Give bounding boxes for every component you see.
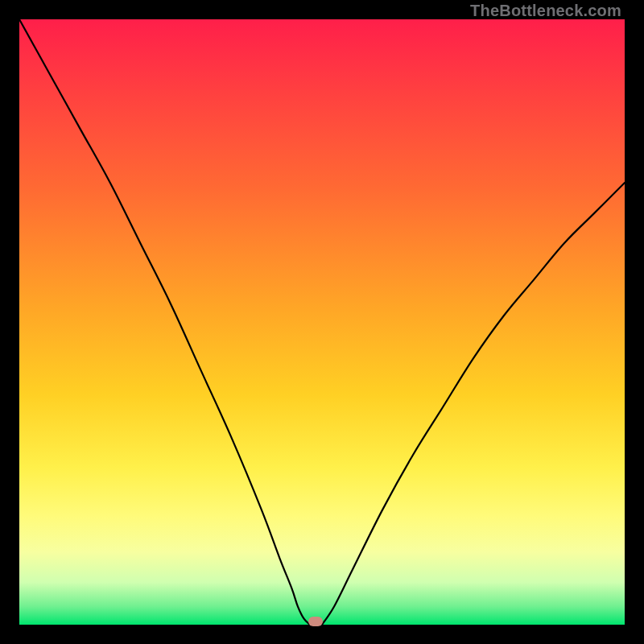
curve-left-branch bbox=[19, 19, 310, 625]
chart-frame: TheBottleneck.com bbox=[0, 0, 644, 644]
watermark-text: TheBottleneck.com bbox=[470, 2, 621, 20]
curve-right-branch bbox=[322, 183, 625, 625]
bottleneck-curve bbox=[19, 19, 625, 625]
plot-area bbox=[19, 19, 625, 625]
optimal-marker bbox=[308, 617, 323, 626]
